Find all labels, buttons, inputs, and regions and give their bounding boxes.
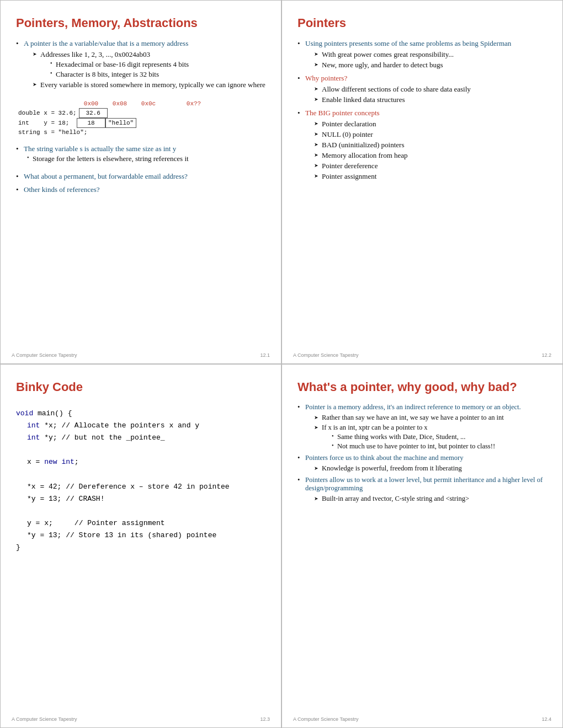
list-item: Same thing works with Date, Dice, Studen… (331, 433, 547, 441)
mem-addr-spacer (163, 99, 179, 108)
slide-grid: Pointers, Memory, Abstractions A pointer… (0, 0, 563, 728)
mem-addr-1: 0x08 (105, 99, 134, 108)
code-line: y = x; // Pointer assignment (16, 517, 265, 529)
slide-3-footer: A Computer Science Tapestry 12.3 (1, 716, 281, 722)
sub-text: Rather than say we have an int, we say w… (322, 414, 504, 421)
item-text: Not much use to have pointer to int, but… (337, 442, 495, 450)
list-item: Pointer assignment (314, 172, 547, 181)
footer-left: A Computer Science Tapestry (293, 716, 358, 722)
list-item: Pointers allow us to work at a lower lev… (298, 476, 547, 503)
mem-row-int: int y = 18; 18 "hello" (16, 118, 265, 128)
sub-list: Knowledge is powerful, freedom from it l… (305, 464, 547, 473)
sub-text: If x is an int, xptr can be a pointer to… (322, 424, 428, 431)
list-item: Pointer dereference (314, 162, 547, 170)
sub-list: Allow different sections of code to shar… (305, 85, 547, 104)
keyword: void (16, 409, 33, 417)
list-item: The BIG pointer concepts Pointer declara… (298, 109, 547, 181)
code-line: } (16, 542, 265, 554)
bullet-text: The BIG pointer concepts (305, 109, 380, 117)
comment: // Dereference x – store 42 in pointee (66, 483, 229, 491)
keyword: new (44, 458, 57, 466)
memory-diagram: 0x00 0x08 0x0c 0x?? double x = 32.6; 32.… (16, 99, 265, 137)
list-item: Other kinds of references? (16, 185, 265, 194)
sub-text: Knowledge is powerful, freedom from it l… (322, 464, 462, 472)
sub-text: Memory allocation from heap (322, 151, 408, 159)
slide-2-list: Using pointers presents some of the same… (298, 39, 547, 185)
sub-text: Allow different sections of code to shar… (322, 85, 471, 93)
code-line-blank (16, 505, 265, 517)
bullet-text: Other kinds of references? (24, 185, 100, 194)
code-line: x = new int; (16, 456, 265, 468)
bullet-text: What about a permanent, but forwardable … (24, 172, 188, 180)
slide-1-footer: A Computer Science Tapestry 12.1 (1, 352, 281, 358)
mem-addr-3: 0x?? (179, 99, 208, 108)
code-block: void main() { int *x; // Allocate the po… (16, 408, 265, 554)
slide-2-footer: A Computer Science Tapestry 12.2 (282, 352, 562, 358)
mem-label-string: string s = "hello"; (16, 128, 89, 137)
mem-cell-empty (108, 108, 136, 118)
sub-text: With great power comes great responsibil… (322, 50, 454, 58)
slide-2: Pointers Using pointers presents some of… (282, 0, 563, 364)
list-item: Enable linked data structures (314, 95, 547, 104)
sub-list: With great power comes great responsibil… (305, 50, 547, 69)
sub-list: Rather than say we have an int, we say w… (305, 414, 547, 451)
list-item: Why pointers? Allow different sections o… (298, 74, 547, 104)
footer-left: A Computer Science Tapestry (293, 352, 358, 358)
list-item: Not much use to have pointer to int, but… (331, 442, 547, 451)
list-item: The string variable s is actually the sa… (16, 144, 265, 163)
comment: // Allocate the pointers x and y (61, 421, 199, 430)
mem-header-row: 0x00 0x08 0x0c 0x?? (16, 99, 265, 108)
slide-3-title: Binky Code (16, 380, 265, 394)
sub-list: Built-in array and tvector, C-style stri… (305, 495, 547, 503)
mem-cell-empty2 (136, 108, 165, 118)
sub-list: Addresses like 1, 2, 3, ..., 0x0024ab03 … (24, 50, 265, 89)
list-item: Hexadecimal or base-16 digit represents … (49, 60, 265, 69)
mem-cell-hello: "hello" (105, 118, 136, 128)
sub-sub-list: Same thing works with Date, Dice, Studen… (322, 433, 547, 451)
sub-text: Addresses like 1, 2, 3, ..., 0x0024ab03 (40, 50, 150, 58)
keyword: int (61, 458, 74, 466)
list-item: Storage for the letters is elsewhere, st… (26, 154, 265, 163)
code-line-blank (16, 468, 265, 480)
sub-text: Pointer declaration (322, 120, 376, 128)
bullet-text: The string variable s is actually the sa… (24, 144, 176, 153)
comment: // Store 13 in its (shared) pointee (66, 531, 216, 539)
comment: // CRASH! (66, 495, 104, 503)
slide-4: What's a pointer, why good, why bad? Poi… (282, 364, 563, 728)
code-line-blank (16, 444, 265, 456)
slide-4-footer: A Computer Science Tapestry 12.4 (282, 716, 562, 722)
bullet-text: Pointers allow us to work at a lower lev… (305, 476, 543, 492)
list-item: Built-in array and tvector, C-style stri… (314, 495, 547, 503)
mem-headers: 0x00 0x08 0x0c 0x?? (77, 99, 208, 108)
slide-2-title: Pointers (298, 16, 547, 30)
slide-3: Binky Code void main() { int *x; // Allo… (0, 364, 282, 728)
slide-1-list: A pointer is the a variable/value that i… (16, 39, 265, 94)
sub-sub-list: Hexadecimal or base-16 digit represents … (40, 60, 265, 79)
comment: // but not the _pointee_ (61, 433, 164, 442)
slide-4-title: What's a pointer, why good, why bad? (298, 380, 547, 394)
slide-1-list-3: What about a permanent, but forwardable … (16, 172, 265, 199)
item-text: Character is 8 bits, integer is 32 bits (56, 70, 159, 78)
item-text: Storage for the letters is elsewhere, st… (33, 154, 189, 163)
footer-left: A Computer Science Tapestry (12, 716, 77, 722)
footer-right: 12.4 (541, 716, 551, 722)
list-item: Addresses like 1, 2, 3, ..., 0x0024ab03 … (33, 50, 265, 79)
keyword: int (27, 433, 40, 442)
slide-1: Pointers, Memory, Abstractions A pointer… (0, 0, 282, 364)
list-item: Using pointers presents some of the same… (298, 39, 547, 69)
code-line: *x = 42; // Dereference x – store 42 in … (16, 481, 265, 493)
list-item: NULL (0) pointer (314, 130, 547, 139)
bullet-text: Using pointers presents some of the same… (305, 39, 511, 47)
item-text: Same thing works with Date, Dice, Studen… (337, 433, 465, 441)
list-item: Knowledge is powerful, freedom from it l… (314, 464, 547, 473)
sub-text: NULL (0) pointer (322, 130, 373, 138)
sub-text: Every variable is stored somewhere in me… (40, 81, 265, 89)
list-item: A pointer is the a variable/value that i… (16, 39, 265, 89)
keyword: int (27, 421, 40, 430)
mem-addr-0: 0x00 (77, 99, 105, 108)
code-line: *y = 13; // CRASH! (16, 493, 265, 505)
list-item: Memory allocation from heap (314, 151, 547, 160)
list-item: What about a permanent, but forwardable … (16, 172, 265, 181)
bullet-text: Pointer is a memory address, it's an ind… (305, 403, 521, 411)
list-item: Allow different sections of code to shar… (314, 85, 547, 94)
